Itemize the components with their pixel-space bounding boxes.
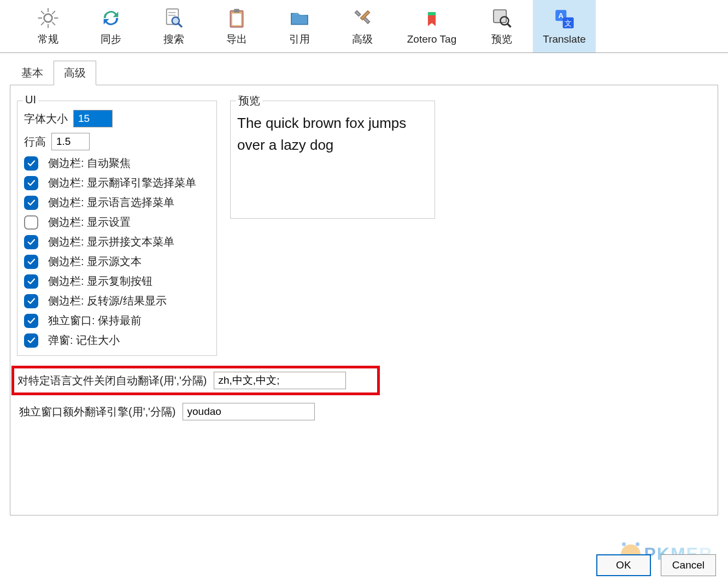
check-row: 侧边栏: 显示翻译引擎选择菜单 <box>24 175 210 190</box>
checkbox[interactable] <box>24 255 38 269</box>
toolbar-cite[interactable]: 引用 <box>268 0 331 52</box>
toolbar-translate[interactable]: A文 Translate <box>533 0 596 52</box>
toolbar-label: 常规 <box>38 32 58 46</box>
checkbox[interactable] <box>24 196 38 210</box>
toolbar-export[interactable]: 导出 <box>205 0 268 52</box>
check-label: 侧边栏: 显示设置 <box>48 215 131 230</box>
translate-icon: A文 <box>553 7 577 31</box>
check-label: 侧边栏: 反转源/结果显示 <box>48 294 167 308</box>
extra-engines-input[interactable] <box>183 403 315 420</box>
checkbox[interactable] <box>24 235 38 249</box>
check-row: 侧边栏: 显示语言选择菜单 <box>24 195 210 210</box>
extra-engines-label: 独立窗口额外翻译引擎(用','分隔) <box>19 405 176 419</box>
check-label: 独立窗口: 保持最前 <box>48 313 142 328</box>
toolbar-zoterotag[interactable]: Zotero Tag <box>394 0 470 52</box>
toolbar-label: 搜索 <box>163 32 184 46</box>
check-label: 侧边栏: 显示翻译引擎选择菜单 <box>48 175 196 190</box>
check-row: 侧边栏: 显示源文本 <box>24 254 210 269</box>
ui-group: UI 字体大小 行高 侧边栏: 自动聚焦侧边栏: 显示翻译引擎选择菜单侧边栏: … <box>17 101 217 356</box>
toolbar-label: Translate <box>543 33 586 45</box>
toolbar-preview[interactable]: 预览 <box>470 0 533 52</box>
settings-panel: UI 字体大小 行高 侧边栏: 自动聚焦侧边栏: 显示翻译引擎选择菜单侧边栏: … <box>10 85 718 515</box>
check-row: 侧边栏: 显示设置 <box>24 215 210 230</box>
preview-magnify-icon <box>490 6 514 30</box>
toolbar-search[interactable]: 搜索 <box>142 0 205 52</box>
preview-group: 预览 The quick brown fox jumps over a lazy… <box>230 101 435 219</box>
toolbar-general[interactable]: 常规 <box>16 0 79 52</box>
check-label: 侧边栏: 显示语言选择菜单 <box>48 195 174 210</box>
checkbox[interactable] <box>24 156 38 171</box>
check-row: 独立窗口: 保持最前 <box>24 313 210 328</box>
toolbar-advanced[interactable]: 高级 <box>331 0 394 52</box>
check-row: 弹窗: 记住大小 <box>24 333 210 348</box>
checkbox[interactable] <box>24 314 38 328</box>
svg-line-5 <box>178 24 182 27</box>
check-row: 侧边栏: 自动聚焦 <box>24 156 210 171</box>
preview-legend: 预览 <box>236 93 262 108</box>
font-size-input[interactable] <box>73 110 113 127</box>
checkbox[interactable] <box>24 294 38 308</box>
toolbar-label: 同步 <box>101 32 121 46</box>
toolbar-label: 预览 <box>491 32 512 46</box>
ui-checklist: 侧边栏: 自动聚焦侧边栏: 显示翻译引擎选择菜单侧边栏: 显示语言选择菜单侧边栏… <box>24 156 210 348</box>
svg-rect-7 <box>232 14 241 26</box>
dialog-footer: OK Cancel <box>596 554 716 576</box>
preferences-toolbar: 常规 同步 搜索 导出 引用 高级 Zotero Tag <box>0 0 728 53</box>
folder-icon <box>287 6 312 30</box>
cancel-button[interactable]: Cancel <box>661 554 716 576</box>
bookmark-icon <box>420 7 444 31</box>
sync-icon <box>99 6 123 30</box>
svg-line-12 <box>507 24 511 27</box>
preview-text: The quick brown fox jumps over a lazy do… <box>237 110 428 159</box>
toolbar-label: 高级 <box>352 32 373 46</box>
line-height-input[interactable] <box>51 133 90 150</box>
check-label: 侧边栏: 显示复制按钮 <box>48 274 152 289</box>
disable-langs-row: 对特定语言文件关闭自动翻译(用','分隔) <box>11 366 380 395</box>
svg-point-0 <box>44 14 52 22</box>
tools-icon <box>350 6 374 30</box>
check-label: 侧边栏: 显示拼接文本菜单 <box>48 235 174 249</box>
disable-langs-input[interactable] <box>214 372 346 389</box>
check-label: 弹窗: 记住大小 <box>48 333 120 348</box>
font-size-label: 字体大小 <box>24 112 68 126</box>
checkbox[interactable] <box>24 274 38 289</box>
svg-rect-9 <box>428 12 436 15</box>
svg-point-4 <box>172 17 179 24</box>
toolbar-label: Zotero Tag <box>407 33 456 45</box>
settings-tabs: 基本 高级 <box>0 53 728 85</box>
svg-rect-8 <box>234 9 239 13</box>
ui-legend: UI <box>23 93 38 106</box>
search-doc-icon <box>162 6 186 30</box>
toolbar-label: 引用 <box>289 32 310 46</box>
checkbox[interactable] <box>24 215 38 230</box>
ok-button[interactable]: OK <box>596 554 651 576</box>
check-row: 侧边栏: 反转源/结果显示 <box>24 294 210 308</box>
extra-engines-row: 独立窗口额外翻译引擎(用','分隔) <box>17 403 711 420</box>
checkbox[interactable] <box>24 333 38 348</box>
toolbar-label: 导出 <box>226 32 247 46</box>
clipboard-icon <box>225 6 249 30</box>
toolbar-sync[interactable]: 同步 <box>79 0 142 52</box>
svg-text:文: 文 <box>565 20 572 27</box>
disable-langs-label: 对特定语言文件关闭自动翻译(用','分隔) <box>17 373 207 388</box>
line-height-label: 行高 <box>24 134 46 149</box>
check-row: 侧边栏: 显示复制按钮 <box>24 274 210 289</box>
check-label: 侧边栏: 显示源文本 <box>48 254 142 269</box>
check-row: 侧边栏: 显示拼接文本菜单 <box>24 235 210 249</box>
checkbox[interactable] <box>24 176 38 190</box>
tab-basic[interactable]: 基本 <box>11 61 54 85</box>
gear-icon <box>36 6 60 30</box>
check-label: 侧边栏: 自动聚焦 <box>48 156 131 171</box>
tab-advanced[interactable]: 高级 <box>54 61 96 85</box>
